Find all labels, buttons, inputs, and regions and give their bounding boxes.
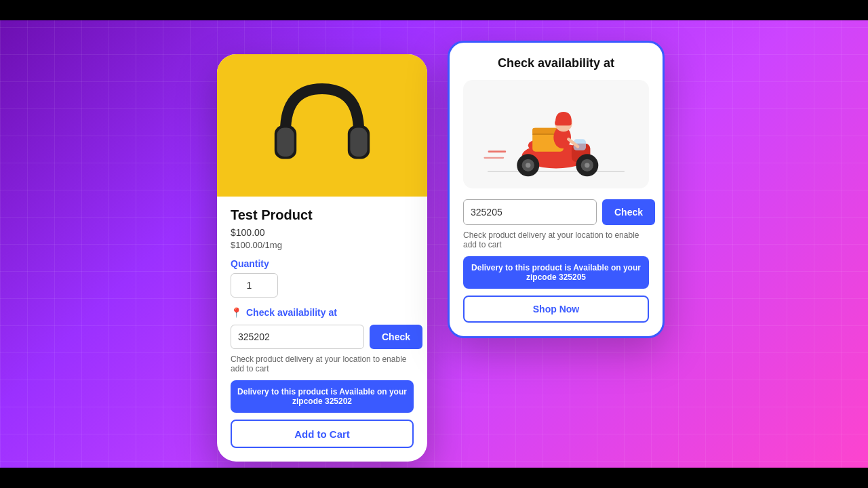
- product-name: Test Product: [231, 207, 414, 223]
- delivery-scooter-icon: [481, 83, 631, 185]
- check-button[interactable]: Check: [370, 325, 422, 349]
- popup-card: Check availability at: [448, 41, 665, 338]
- product-price: $100.00: [231, 226, 414, 240]
- popup-zipcode-input[interactable]: [463, 199, 597, 225]
- product-price-unit: $100.00/1mg: [231, 240, 414, 250]
- headphones-icon: [261, 64, 383, 186]
- check-availability-section: 📍 Check availability at Check Check prod…: [231, 307, 414, 448]
- location-icon: 📍: [231, 307, 242, 318]
- svg-rect-24: [555, 121, 572, 125]
- delivery-illustration: [463, 80, 649, 188]
- add-to-cart-button[interactable]: Add to Cart: [231, 420, 414, 448]
- availability-banner: Delivery to this product is Available on…: [231, 380, 414, 413]
- popup-zip-row: Check: [463, 199, 649, 225]
- quantity-label: Quantity: [231, 258, 414, 269]
- svg-point-13: [585, 163, 589, 167]
- delivery-hint: Check product delivery at your location …: [231, 354, 414, 373]
- product-card: Test Product $100.00 $100.00/1mg Quantit…: [217, 54, 427, 462]
- product-body: Test Product $100.00 $100.00/1mg Quantit…: [217, 197, 427, 462]
- zipcode-input[interactable]: [231, 325, 364, 349]
- product-image: [217, 54, 427, 197]
- quantity-input[interactable]: [231, 273, 278, 298]
- popup-shop-now-button[interactable]: Shop Now: [463, 296, 649, 323]
- bottom-bar: [0, 468, 868, 488]
- zip-row: Check: [231, 325, 414, 349]
- popup-title: Check availability at: [463, 56, 649, 70]
- svg-rect-4: [277, 128, 294, 157]
- svg-rect-5: [350, 128, 367, 157]
- svg-point-16: [526, 163, 530, 167]
- popup-check-button[interactable]: Check: [602, 199, 655, 225]
- popup-delivery-hint: Check product delivery at your location …: [463, 230, 649, 249]
- check-availability-label: 📍 Check availability at: [231, 307, 414, 318]
- popup-availability-banner: Delivery to this product is Available on…: [463, 256, 649, 289]
